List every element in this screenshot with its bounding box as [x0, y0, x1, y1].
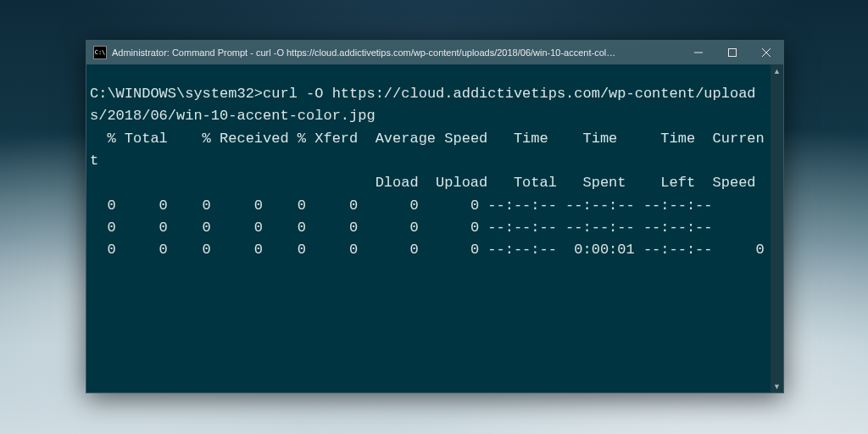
svg-rect-1: [729, 49, 737, 57]
minimize-button[interactable]: [682, 41, 715, 64]
close-icon: [762, 48, 771, 57]
curl-row: 0 0 0 0 0 0 0 0 --:--:-- 0:00:01 --:--:-…: [90, 242, 765, 258]
window-title: Administrator: Command Prompt - curl -O …: [112, 47, 620, 58]
titlebar[interactable]: C:\ Administrator: Command Prompt - curl…: [86, 41, 783, 64]
prompt-text: C:\WINDOWS\system32>: [90, 86, 263, 102]
curl-row: 0 0 0 0 0 0 0 0 --:--:-- --:--:-- --:--:…: [90, 220, 713, 236]
terminal-output[interactable]: C:\WINDOWS\system32>curl -O https://clou…: [86, 64, 771, 392]
curl-row: 0 0 0 0 0 0 0 0 --:--:-- --:--:-- --:--:…: [90, 198, 713, 214]
curl-header-1: % Total % Received % Xferd Average Speed…: [90, 131, 765, 169]
maximize-button[interactable]: [715, 41, 749, 64]
scroll-up-arrow-icon[interactable]: ▲: [771, 64, 783, 77]
close-button[interactable]: [749, 41, 783, 64]
curl-header-2: Dload Upload Total Spent Left Speed: [90, 175, 756, 191]
scroll-down-arrow-icon[interactable]: ▼: [771, 380, 783, 392]
vertical-scrollbar[interactable]: ▲ ▼: [771, 64, 783, 392]
minimize-icon: [694, 48, 703, 57]
desktop-wallpaper: C:\ Administrator: Command Prompt - curl…: [0, 0, 868, 434]
cmd-icon: C:\: [93, 46, 107, 59]
maximize-icon: [728, 48, 737, 57]
terminal-area: C:\WINDOWS\system32>curl -O https://clou…: [86, 64, 783, 392]
command-prompt-window: C:\ Administrator: Command Prompt - curl…: [86, 40, 784, 393]
cmd-icon-text: C:\: [95, 49, 106, 56]
